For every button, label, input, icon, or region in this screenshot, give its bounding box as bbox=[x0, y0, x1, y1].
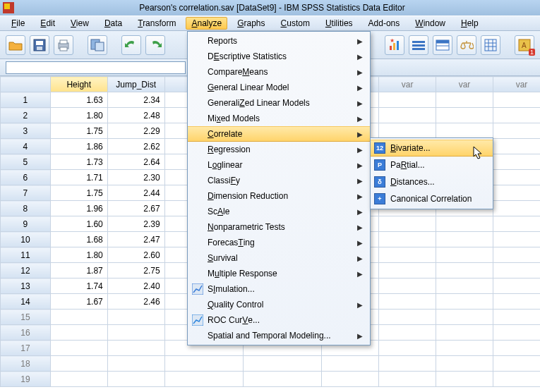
cell[interactable]: 1.60 bbox=[50, 216, 107, 232]
cell-empty[interactable] bbox=[379, 372, 436, 387]
menu-item-mixed-models[interactable]: Mixed Models▶ bbox=[188, 111, 370, 126]
cell-empty[interactable] bbox=[50, 310, 107, 325]
cell[interactable]: 1.86 bbox=[50, 139, 107, 154]
menu-edit[interactable]: Edit bbox=[35, 17, 61, 30]
cell-empty[interactable] bbox=[436, 263, 493, 278]
cell[interactable]: 2.34 bbox=[107, 92, 164, 108]
cell[interactable]: 2.67 bbox=[107, 201, 164, 216]
cell-empty[interactable] bbox=[436, 216, 493, 232]
menu-item-descriptive-statistics[interactable]: DEscriptive Statistics▶ bbox=[188, 49, 370, 64]
cell-empty[interactable] bbox=[493, 372, 540, 387]
cell-empty[interactable] bbox=[50, 372, 107, 387]
cell-empty[interactable] bbox=[379, 356, 436, 372]
menu-item-quality-control[interactable]: Quality Control▶ bbox=[188, 297, 370, 312]
row-header[interactable]: 7 bbox=[1, 185, 51, 201]
cell-empty[interactable] bbox=[493, 263, 540, 278]
menu-analyze[interactable]: Analyze bbox=[186, 17, 227, 30]
cell-empty[interactable] bbox=[243, 356, 321, 372]
menu-item-simulation[interactable]: SImulation... bbox=[188, 281, 370, 297]
menu-window[interactable]: Window bbox=[409, 17, 451, 30]
cell-empty[interactable] bbox=[493, 310, 540, 325]
cell[interactable]: 2.47 bbox=[107, 232, 164, 247]
cell-empty[interactable] bbox=[379, 247, 436, 263]
menu-item-reports[interactable]: Reports▶ bbox=[188, 33, 370, 49]
menu-item-forecasting[interactable]: ForecasTing▶ bbox=[188, 235, 370, 250]
cell-empty[interactable] bbox=[50, 341, 107, 356]
menu-item-roc-curve[interactable]: ROC CurVe... bbox=[188, 312, 370, 328]
row-header[interactable]: 8 bbox=[1, 201, 51, 216]
cell-empty[interactable] bbox=[107, 341, 164, 356]
menu-item-nonparametric-tests[interactable]: Nonparametric Tests▶ bbox=[188, 219, 370, 235]
row-header[interactable]: 13 bbox=[1, 278, 51, 294]
cell[interactable]: 2.39 bbox=[107, 216, 164, 232]
row-header[interactable]: 18 bbox=[1, 356, 51, 372]
table-row-empty[interactable]: 19 bbox=[1, 372, 541, 387]
cell[interactable]: 1.80 bbox=[50, 108, 107, 123]
cell-empty[interactable] bbox=[493, 325, 540, 341]
cell-empty[interactable] bbox=[493, 170, 540, 185]
menu-transform[interactable]: Transform bbox=[132, 17, 181, 30]
select-button[interactable] bbox=[481, 35, 500, 55]
row-header[interactable]: 6 bbox=[1, 170, 51, 185]
menu-graphs[interactable]: Graphs bbox=[232, 17, 270, 30]
cell[interactable]: 2.29 bbox=[107, 123, 164, 139]
menu-item-multiple-response[interactable]: Multiple Response▶ bbox=[188, 266, 370, 281]
cell-empty[interactable] bbox=[493, 92, 540, 108]
menu-item-survival[interactable]: Survival▶ bbox=[188, 250, 370, 266]
cell-empty[interactable] bbox=[493, 139, 540, 154]
cell-empty[interactable] bbox=[493, 294, 540, 310]
cell-empty[interactable] bbox=[379, 341, 436, 356]
cell-empty[interactable] bbox=[50, 356, 107, 372]
open-button[interactable] bbox=[6, 35, 25, 55]
cell-empty[interactable] bbox=[493, 108, 540, 123]
menu-item-generalized-linear-models[interactable]: GeneraliZed Linear Models▶ bbox=[188, 95, 370, 111]
row-header[interactable]: 3 bbox=[1, 123, 51, 139]
cell-empty[interactable] bbox=[493, 185, 540, 201]
cell-empty[interactable] bbox=[436, 232, 493, 247]
menu-item-compare-means[interactable]: Compare Means▶ bbox=[188, 64, 370, 80]
cell-empty[interactable] bbox=[493, 356, 540, 372]
cell-empty[interactable] bbox=[493, 154, 540, 170]
cell-empty[interactable] bbox=[436, 310, 493, 325]
cell[interactable]: 1.87 bbox=[50, 263, 107, 278]
cell[interactable]: 1.96 bbox=[50, 201, 107, 216]
cell[interactable]: 1.75 bbox=[50, 123, 107, 139]
cell[interactable]: 2.75 bbox=[107, 263, 164, 278]
cell-empty[interactable] bbox=[322, 356, 379, 372]
row-header[interactable]: 14 bbox=[1, 294, 51, 310]
cell-empty[interactable] bbox=[379, 216, 436, 232]
menu-help[interactable]: Help bbox=[455, 17, 484, 30]
row-header[interactable]: 12 bbox=[1, 263, 51, 278]
row-header[interactable]: 17 bbox=[1, 341, 51, 356]
row-header[interactable]: 5 bbox=[1, 154, 51, 170]
menu-view[interactable]: View bbox=[65, 17, 95, 30]
cell-empty[interactable] bbox=[493, 123, 540, 139]
cell-empty[interactable] bbox=[436, 247, 493, 263]
cell-empty[interactable] bbox=[379, 325, 436, 341]
save-button[interactable] bbox=[30, 35, 49, 55]
menu-item-general-linear-model[interactable]: General Linear Model▶ bbox=[188, 80, 370, 95]
menu-custom[interactable]: Custom bbox=[275, 17, 316, 30]
cell-empty[interactable] bbox=[436, 325, 493, 341]
redo-button[interactable] bbox=[145, 35, 165, 55]
submenu-item-partial[interactable]: PPaRtial... bbox=[371, 157, 493, 173]
cell-empty[interactable] bbox=[107, 325, 164, 341]
cell-empty[interactable] bbox=[493, 341, 540, 356]
menu-utilities[interactable]: Utilities bbox=[320, 17, 359, 30]
cell[interactable]: 1.75 bbox=[50, 185, 107, 201]
cell-empty[interactable] bbox=[436, 278, 493, 294]
weight-button[interactable] bbox=[409, 35, 428, 55]
cell-empty[interactable] bbox=[379, 310, 436, 325]
recall-dialog-button[interactable] bbox=[88, 35, 107, 55]
menu-item-classify[interactable]: ClassiFy▶ bbox=[188, 173, 370, 188]
cell-empty[interactable] bbox=[493, 232, 540, 247]
cell-empty[interactable] bbox=[379, 278, 436, 294]
cell-empty[interactable] bbox=[436, 372, 493, 387]
menu-file[interactable]: File bbox=[6, 17, 30, 30]
col-jump_dist[interactable]: Jump_Dist bbox=[107, 77, 164, 92]
variables-button[interactable]: A1 bbox=[515, 35, 534, 55]
menu-item-spatial-and-temporal-modeling[interactable]: Spatial and Temporal Modeling...▶ bbox=[188, 328, 370, 343]
undo-button[interactable] bbox=[121, 35, 141, 55]
cell-empty[interactable] bbox=[164, 356, 243, 372]
select-all-corner[interactable] bbox=[1, 77, 51, 92]
